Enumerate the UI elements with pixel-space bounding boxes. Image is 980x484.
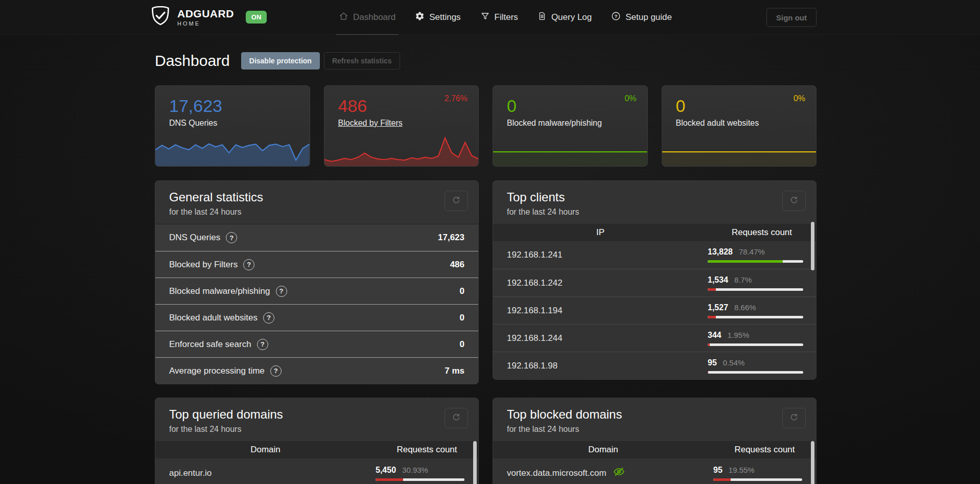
progress-bar xyxy=(708,316,803,318)
disable-protection-button[interactable]: Disable protection xyxy=(241,52,320,70)
scrollbar-thumb[interactable] xyxy=(811,441,814,484)
stat-row-value: 0 xyxy=(460,339,464,350)
table-row: Average processing time? 7 ms xyxy=(155,357,478,384)
funnel-icon xyxy=(480,11,490,24)
refresh-icon xyxy=(452,413,461,424)
domain-name: api.entur.io xyxy=(155,468,376,478)
top-clients-card: Top clients for the last 24 hours IP Req… xyxy=(493,180,816,380)
nav-item-setup-guide[interactable]: ? Setup guide xyxy=(611,0,672,34)
request-count: 5,450 xyxy=(376,466,396,475)
svg-text:?: ? xyxy=(615,13,618,18)
table-header-row: IP Requests count xyxy=(493,224,816,241)
general-statistics-card: General statistics for the last 24 hours… xyxy=(155,180,479,384)
card-title: Top queried domains xyxy=(169,407,464,422)
stat-row-value: 7 ms xyxy=(445,366,464,376)
general-statistics-table: DNS Queries? 17,623 Blocked by Filters? … xyxy=(155,224,478,384)
stat-value: 17,623 xyxy=(169,96,296,116)
top-clients-table: 192.168.1.241 13,82878.47% 192.168.1.242… xyxy=(493,241,816,379)
card-title: Top blocked domains xyxy=(507,407,802,422)
stat-row-value: 0 xyxy=(460,313,464,323)
progress-bar xyxy=(376,478,464,481)
blocked-adult-sparkline xyxy=(662,136,816,166)
gear-icon xyxy=(415,11,425,24)
column-header-requests-count: Requests count xyxy=(708,227,816,238)
card-subtitle: for the last 24 hours xyxy=(169,424,464,434)
request-percent: 78.47% xyxy=(739,247,765,256)
nav-item-query-log[interactable]: Query Log xyxy=(538,0,592,34)
nav-item-filters[interactable]: Filters xyxy=(480,0,518,34)
table-row: 192.168.1.242 1,5348.7% xyxy=(493,269,816,296)
client-ip: 192.168.1.244 xyxy=(493,333,708,343)
request-count: 1,534 xyxy=(708,275,728,285)
request-percent: 0.54% xyxy=(723,358,745,367)
table-row: 192.168.1.244 3441.95% xyxy=(493,324,816,352)
shield-logo-icon xyxy=(150,5,171,30)
refresh-card-button[interactable] xyxy=(782,191,806,211)
refresh-icon xyxy=(789,413,799,424)
table-row: Blocked malware/phishing? 0 xyxy=(155,278,478,304)
help-icon[interactable]: ? xyxy=(257,339,268,350)
stat-label: DNS Queries xyxy=(169,119,296,128)
dns-queries-sparkline xyxy=(155,136,310,166)
top-nav-bar: ADGUARD HOME ON Dashboard Settings xyxy=(0,0,980,35)
stat-row-label: Blocked by Filters xyxy=(169,260,238,270)
adguard-logo[interactable]: ADGUARD HOME ON xyxy=(150,0,267,34)
refresh-card-button[interactable] xyxy=(445,408,468,428)
request-percent: 1.95% xyxy=(728,331,750,339)
column-header-domain: Domain xyxy=(493,445,713,455)
request-percent: 8.7% xyxy=(734,275,752,284)
progress-bar xyxy=(713,478,802,481)
stat-card-blocked-by-filters: 2.76% 486 Blocked by Filters xyxy=(324,85,479,167)
progress-bar xyxy=(708,371,803,374)
client-ip: 192.168.1.242 xyxy=(493,278,708,288)
scrollbar-thumb[interactable] xyxy=(473,441,477,484)
progress-bar xyxy=(708,288,803,291)
refresh-statistics-button[interactable]: Refresh statistics xyxy=(324,52,400,70)
request-percent: 8.66% xyxy=(734,303,756,312)
stat-row-label: Blocked adult websites xyxy=(169,313,258,323)
eye-off-icon[interactable] xyxy=(612,466,626,480)
scrollbar-thumb[interactable] xyxy=(811,222,814,270)
top-queried-domains-table: api.entur.io 5,45030.93% xyxy=(155,458,478,484)
page-title: Dashboard xyxy=(155,52,230,70)
page-header: Dashboard Disable protection Refresh sta… xyxy=(155,52,816,70)
question-icon: ? xyxy=(611,11,621,24)
blocked-by-filters-link[interactable]: Blocked by Filters xyxy=(338,119,465,128)
nav-item-dashboard[interactable]: Dashboard xyxy=(339,0,395,34)
nav-label: Query Log xyxy=(551,12,592,22)
progress-bar xyxy=(708,343,803,346)
help-icon[interactable]: ? xyxy=(270,365,282,377)
refresh-card-button[interactable] xyxy=(445,191,468,211)
main-nav: Dashboard Settings Filters xyxy=(339,0,672,34)
card-header: Top blocked domains for the last 24 hour… xyxy=(493,398,816,441)
stat-card-dns-queries: 17,623 DNS Queries xyxy=(155,85,310,167)
refresh-card-button[interactable] xyxy=(782,408,806,428)
help-icon[interactable]: ? xyxy=(243,259,254,270)
help-icon[interactable]: ? xyxy=(276,286,287,297)
stat-cards-row: 17,623 DNS Queries 2.76% 486 Blocked by … xyxy=(155,85,816,167)
card-subtitle: for the last 24 hours xyxy=(169,207,464,217)
column-header-requests-count: Requests count xyxy=(713,445,816,455)
stat-row-value: 17,623 xyxy=(438,233,464,243)
stat-card-blocked-malware: 0% 0 Blocked malware/phishing xyxy=(493,85,648,167)
document-icon xyxy=(538,11,547,24)
sign-out-button[interactable]: Sign out xyxy=(766,8,816,27)
progress-bar xyxy=(708,260,803,263)
table-row: vortex.data.microsoft.com 9519.55% xyxy=(493,458,816,484)
request-count: 13,828 xyxy=(708,247,733,257)
request-percent: 19.55% xyxy=(729,466,755,474)
table-row: 192.168.1.194 1,5278.66% xyxy=(493,296,816,324)
request-count: 1,527 xyxy=(708,303,728,312)
blocked-malware-sparkline xyxy=(493,136,647,166)
card-subtitle: for the last 24 hours xyxy=(507,207,802,217)
brand-text: ADGUARD HOME xyxy=(177,8,234,27)
client-ip: 192.168.1.241 xyxy=(493,250,708,260)
help-icon[interactable]: ? xyxy=(263,312,274,324)
help-icon[interactable]: ? xyxy=(226,232,237,243)
table-row: DNS Queries? 17,623 xyxy=(155,224,478,251)
column-header-ip: IP xyxy=(493,227,708,238)
nav-item-settings[interactable]: Settings xyxy=(415,0,460,34)
stat-row-label: Blocked malware/phishing xyxy=(169,286,270,296)
stat-card-blocked-adult: 0% 0 Blocked adult websites xyxy=(662,85,817,167)
stat-row-value: 486 xyxy=(450,260,464,270)
